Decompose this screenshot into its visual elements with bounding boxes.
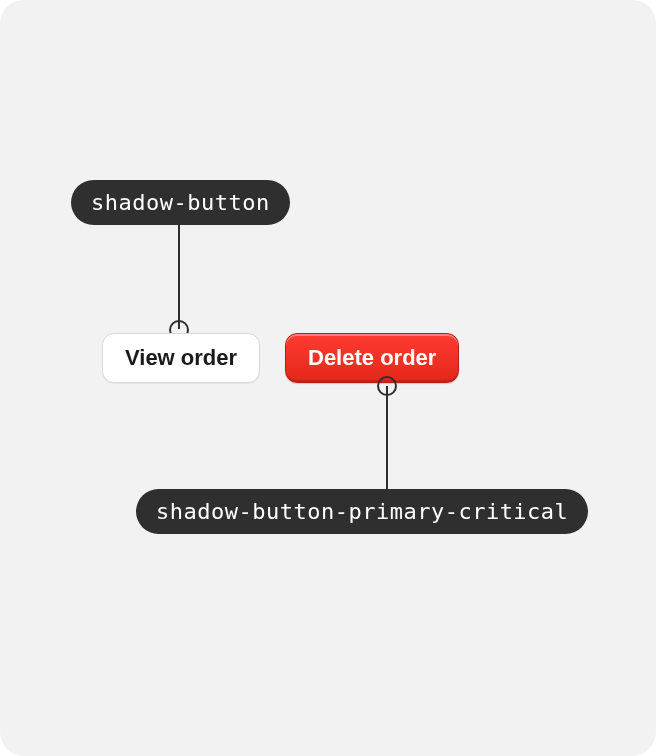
connector-line-bottom bbox=[386, 386, 388, 491]
diagram-canvas: shadow-button View order Delete order sh… bbox=[0, 0, 656, 756]
token-label-shadow-button: shadow-button bbox=[71, 180, 290, 225]
token-label-shadow-button-primary-critical: shadow-button-primary-critical bbox=[136, 489, 588, 534]
delete-order-button[interactable]: Delete order bbox=[285, 333, 459, 383]
view-order-button-label: View order bbox=[125, 345, 237, 371]
view-order-button[interactable]: View order bbox=[102, 333, 260, 383]
delete-order-button-label: Delete order bbox=[308, 345, 436, 371]
connector-line-top bbox=[178, 224, 180, 329]
